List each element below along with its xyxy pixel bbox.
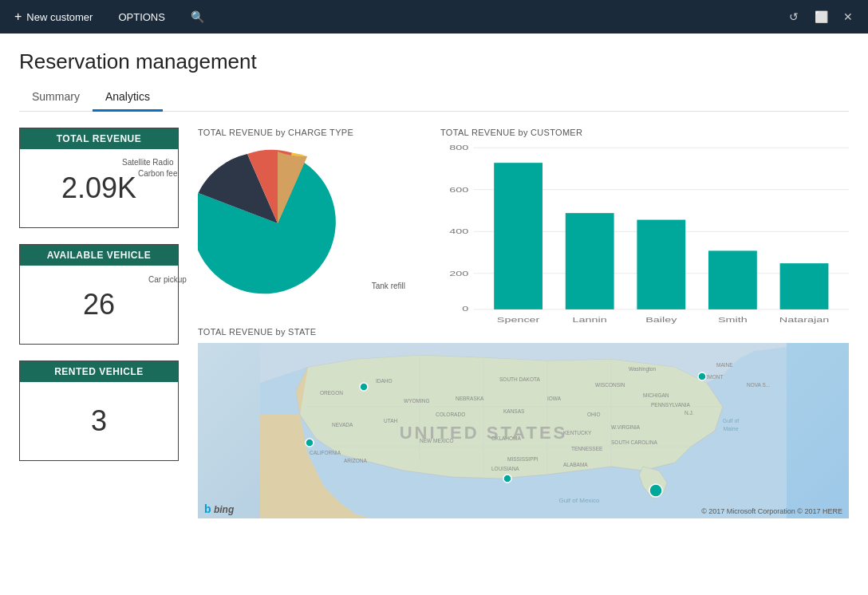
svg-text:W.VIRGINIA: W.VIRGINIA <box>611 424 641 430</box>
map-dot-california <box>306 439 314 447</box>
map-dot-texas <box>503 475 511 483</box>
page-title: Reservation management <box>19 49 849 74</box>
svg-text:ARIZONA: ARIZONA <box>344 458 368 463</box>
close-button[interactable]: ✕ <box>836 5 860 29</box>
charts-row1: TOTAL REVENUE by CHARGE TYPE <box>198 128 849 311</box>
pie-chart-box: TOTAL REVENUE by CHARGE TYPE <box>198 128 421 311</box>
plus-icon: + <box>14 10 22 24</box>
svg-text:SOUTH CAROLINA: SOUTH CAROLINA <box>611 439 657 445</box>
kpi-total-revenue: TOTAL REVENUE 2.09K <box>19 128 179 228</box>
svg-text:COLORADO: COLORADO <box>436 412 465 417</box>
y-label-200: 200 <box>449 269 468 278</box>
bar-label-bailey: Bailey <box>645 315 677 324</box>
bar-bailey <box>637 220 685 309</box>
tabs-container: Summary Analytics <box>19 84 849 112</box>
kpi-rented-vehicle-header: RENTED VEHICLE <box>20 361 178 382</box>
svg-text:WISCONSIN: WISCONSIN <box>595 382 625 388</box>
svg-text:MISSISSIPPI: MISSISSIPPI <box>507 456 539 462</box>
pie-label-satellite: Satellite Radio <box>122 158 173 167</box>
svg-text:NOVA S...: NOVA S... <box>747 382 770 388</box>
y-label-0: 0 <box>462 304 468 313</box>
main-content: Reservation management Summary Analytics… <box>0 33 868 518</box>
map-dot-vermont <box>698 372 706 380</box>
search-button[interactable]: 🔍 <box>184 7 211 26</box>
svg-text:NEVADA: NEVADA <box>332 422 353 428</box>
map-background: Gulf of Mexico Gulf of Maine <box>198 343 849 518</box>
tab-analytics[interactable]: Analytics <box>93 84 163 112</box>
bar-lannin <box>566 213 614 309</box>
svg-text:KENTUCKY: KENTUCKY <box>563 430 592 435</box>
svg-text:Gulf of Mexico: Gulf of Mexico <box>558 497 600 504</box>
us-map-svg: Gulf of Mexico Gulf of Maine <box>198 343 849 518</box>
options-button[interactable]: OPTIONS <box>112 8 172 26</box>
bar-label-spencer: Spencer <box>497 315 540 324</box>
map-dot-florida-lg <box>649 484 662 497</box>
map-dot-idaho <box>360 383 368 391</box>
window-controls: ↺ ⬜ ✕ <box>782 5 860 29</box>
svg-text:Washington: Washington <box>629 366 656 372</box>
bing-logo: b bing <box>204 502 234 515</box>
options-label: OPTIONS <box>118 11 165 23</box>
y-label-800: 800 <box>449 144 468 152</box>
kpi-available-vehicle-header: AVAILABLE VEHICLE <box>20 245 178 266</box>
svg-text:OREGON: OREGON <box>320 390 343 396</box>
svg-text:PENNSYLVANIA: PENNSYLVANIA <box>651 402 691 408</box>
bar-spencer <box>494 163 542 309</box>
svg-text:OHIO: OHIO <box>587 412 601 417</box>
svg-text:KANSAS: KANSAS <box>503 408 525 414</box>
map-title: TOTAL REVENUE by STATE <box>198 327 849 337</box>
bar-label-smith: Smith <box>718 315 748 324</box>
bar-label-natarajan: Natarajan <box>779 315 829 324</box>
bar-chart-title: TOTAL REVENUE by CUSTOMER <box>440 128 849 137</box>
svg-text:TENNESSEE: TENNESSEE <box>571 446 603 451</box>
svg-text:MAINE: MAINE <box>716 362 733 368</box>
svg-text:IOWA: IOWA <box>547 396 562 401</box>
bar-label-lannin: Lannin <box>573 315 607 324</box>
svg-text:UNITED STATES: UNITED STATES <box>400 423 568 443</box>
search-icon: 🔍 <box>191 10 204 23</box>
svg-text:CALIFORNIA: CALIFORNIA <box>310 450 341 455</box>
bar-smith <box>708 250 757 309</box>
svg-text:ALABAMA: ALABAMA <box>563 462 588 467</box>
svg-text:Gulf of: Gulf of <box>723 418 740 424</box>
new-customer-button[interactable]: + New customer <box>8 6 99 27</box>
svg-text:IDAHO: IDAHO <box>376 378 393 384</box>
pie-label-tank: Tank refill <box>372 282 405 290</box>
y-label-600: 600 <box>449 185 468 194</box>
kpi-total-revenue-header: TOTAL REVENUE <box>20 128 178 149</box>
map-box: Gulf of Mexico Gulf of Maine <box>198 343 849 518</box>
new-customer-label: New customer <box>26 11 93 23</box>
kpi-column: TOTAL REVENUE 2.09K AVAILABLE VEHICLE 26… <box>19 128 179 518</box>
map-section: TOTAL REVENUE by STATE Gulf of Mexi <box>198 327 849 518</box>
svg-text:SOUTH DAKOTA: SOUTH DAKOTA <box>499 376 540 382</box>
kpi-rented-vehicle-value: 3 <box>20 382 178 460</box>
kpi-available-vehicle: AVAILABLE VEHICLE 26 <box>19 244 179 345</box>
bar-natarajan <box>780 263 829 309</box>
charts-area: TOTAL REVENUE by CHARGE TYPE <box>198 128 849 518</box>
pie-label-carbon: Carbon fee <box>138 169 177 178</box>
pie-label-car: Car pickup <box>148 275 187 284</box>
bar-chart-svg: 800 600 400 200 0 <box>440 144 849 311</box>
bar-chart-inner: 800 600 400 200 0 <box>440 144 849 311</box>
svg-text:NEBRASKA: NEBRASKA <box>456 396 484 401</box>
svg-text:LOUISIANA: LOUISIANA <box>491 466 519 471</box>
restore-button[interactable]: ⬜ <box>809 5 833 29</box>
svg-text:N.J.: N.J. <box>685 410 694 416</box>
pie-chart-svg <box>198 144 357 303</box>
titlebar: + New customer OPTIONS 🔍 ↺ ⬜ ✕ <box>0 0 868 33</box>
analytics-content: TOTAL REVENUE 2.09K AVAILABLE VEHICLE 26… <box>19 112 849 518</box>
pie-chart-title: TOTAL REVENUE by CHARGE TYPE <box>198 128 421 137</box>
refresh-button[interactable]: ↺ <box>782 5 806 29</box>
map-copyright: © 2017 Microsoft Corporation © 2017 HERE <box>701 507 842 515</box>
kpi-rented-vehicle: RENTED VEHICLE 3 <box>19 361 179 461</box>
tab-summary[interactable]: Summary <box>19 84 93 112</box>
pie-chart-wrapper: Satellite Radio Carbon fee Car pickup Ta… <box>198 144 357 306</box>
svg-text:UTAH: UTAH <box>384 418 398 424</box>
svg-text:Maine: Maine <box>723 426 738 431</box>
svg-text:WYOMING: WYOMING <box>404 398 430 404</box>
y-label-400: 400 <box>449 227 468 236</box>
bar-chart-box: TOTAL REVENUE by CUSTOMER 800 600 400 20… <box>440 128 849 311</box>
svg-text:MICHIGAN: MICHIGAN <box>643 392 669 398</box>
